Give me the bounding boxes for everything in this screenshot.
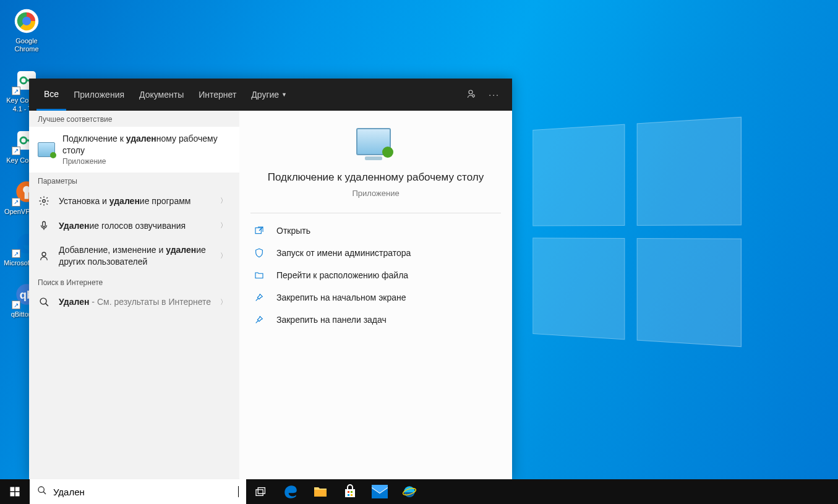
desktop-icon-chrome[interactable]: Google Chrome <box>3 6 50 53</box>
taskbar-edge[interactable] <box>276 479 306 504</box>
svg-rect-21 <box>11 492 15 497</box>
edge-icon <box>283 484 299 500</box>
shortcut-arrow-icon: ↗ <box>12 87 20 95</box>
svg-rect-30 <box>348 494 349 496</box>
tab-all[interactable]: Все <box>36 79 66 111</box>
svg-rect-9 <box>25 192 29 199</box>
icon-label: Google Chrome <box>3 37 50 53</box>
svg-point-17 <box>40 298 46 304</box>
result-uninstall-programs[interactable]: Установка и удаление программ 〉 <box>29 189 239 213</box>
taskview-icon <box>255 487 267 497</box>
action-open[interactable]: Открыть <box>239 220 512 242</box>
search-detail-pane: Подключение к удаленному рабочему столу … <box>239 111 512 479</box>
tab-other[interactable]: Другие ▼ <box>244 79 294 111</box>
svg-rect-15 <box>43 221 46 226</box>
chrome-icon <box>14 8 40 34</box>
svg-rect-28 <box>348 491 349 493</box>
result-delete-voices[interactable]: Удаление голосов озвучивания 〉 <box>29 213 239 238</box>
mic-icon <box>38 220 50 232</box>
person-icon <box>38 250 50 262</box>
svg-rect-31 <box>351 494 353 496</box>
svg-point-16 <box>42 252 46 256</box>
section-web: Поиск в Интернете <box>29 274 239 290</box>
svg-point-23 <box>38 487 44 492</box>
folder-icon <box>254 270 265 280</box>
taskbar <box>0 479 838 504</box>
action-run-admin[interactable]: Запуск от имени администратора <box>239 242 512 264</box>
ie-icon <box>401 484 417 500</box>
svg-rect-25 <box>258 488 265 494</box>
svg-rect-27 <box>345 489 355 497</box>
svg-rect-20 <box>15 487 20 492</box>
detail-subtitle: Приложение <box>352 189 399 198</box>
tab-docs[interactable]: Документы <box>132 79 191 111</box>
pin-icon <box>254 315 265 325</box>
rdp-icon-large <box>356 128 396 161</box>
svg-point-2 <box>24 18 30 25</box>
svg-rect-22 <box>15 492 20 497</box>
search-panel: Все Приложения Документы Интернет Другие… <box>29 79 512 479</box>
svg-rect-24 <box>256 490 263 496</box>
open-icon <box>254 226 265 236</box>
svg-rect-26 <box>314 490 327 497</box>
search-icon <box>38 296 50 309</box>
search-icon <box>37 485 47 498</box>
tab-web[interactable]: Интернет <box>191 79 244 111</box>
chevron-right-icon[interactable]: 〉 <box>216 297 231 307</box>
svg-rect-18 <box>255 228 261 233</box>
shortcut-arrow-icon: ↗ <box>12 198 20 207</box>
gear-icon <box>38 195 50 207</box>
more-icon[interactable]: ··· <box>489 90 500 100</box>
result-rdp[interactable]: Подключение к удаленному рабочему столу … <box>29 127 239 173</box>
shield-icon <box>254 248 265 258</box>
svg-point-13 <box>472 95 475 97</box>
section-best-match: Лучшее соответствие <box>29 111 239 127</box>
mail-icon <box>372 485 388 498</box>
windows-icon <box>9 486 20 497</box>
chevron-right-icon[interactable]: 〉 <box>216 251 231 260</box>
action-pin-taskbar[interactable]: Закрепить на панели задач <box>239 309 512 331</box>
rdp-icon <box>38 142 55 157</box>
task-view-button[interactable] <box>246 479 276 504</box>
taskbar-ie[interactable] <box>395 479 424 504</box>
shortcut-arrow-icon: ↗ <box>12 249 20 258</box>
folder-icon <box>313 485 328 498</box>
svg-rect-29 <box>351 491 353 493</box>
search-header: Все Приложения Документы Интернет Другие… <box>29 79 512 111</box>
shortcut-arrow-icon: ↗ <box>12 301 20 309</box>
taskbar-search-box[interactable] <box>30 479 246 504</box>
start-button[interactable] <box>0 479 30 504</box>
chevron-down-icon: ▼ <box>281 92 287 98</box>
store-icon <box>343 484 357 499</box>
search-results-list: Лучшее соответствие Подключение к удален… <box>29 111 239 479</box>
section-settings: Параметры <box>29 173 239 189</box>
shortcut-arrow-icon: ↗ <box>12 147 20 155</box>
chevron-right-icon[interactable]: 〉 <box>216 196 231 205</box>
action-file-location[interactable]: Перейти к расположению файла <box>239 264 512 286</box>
feedback-icon[interactable] <box>465 88 476 101</box>
svg-rect-19 <box>11 487 15 492</box>
tab-apps[interactable]: Приложения <box>66 79 132 111</box>
result-web-search[interactable]: Удален - См. результаты в Интернете 〉 <box>29 290 239 315</box>
action-pin-start[interactable]: Закрепить на начальном экране <box>239 286 512 309</box>
detail-title: Подключение к удаленному рабочему столу <box>268 170 484 185</box>
search-input[interactable] <box>53 487 238 497</box>
svg-point-12 <box>469 90 472 94</box>
pin-icon <box>254 293 265 302</box>
chevron-right-icon[interactable]: 〉 <box>216 221 231 230</box>
taskbar-store[interactable] <box>335 479 365 504</box>
taskbar-mail[interactable] <box>365 479 395 504</box>
svg-point-14 <box>43 200 46 203</box>
taskbar-explorer[interactable] <box>306 479 335 504</box>
result-manage-users[interactable]: Добавление, изменение и удаление других … <box>29 238 239 274</box>
windows-logo-wallpaper <box>532 117 742 347</box>
